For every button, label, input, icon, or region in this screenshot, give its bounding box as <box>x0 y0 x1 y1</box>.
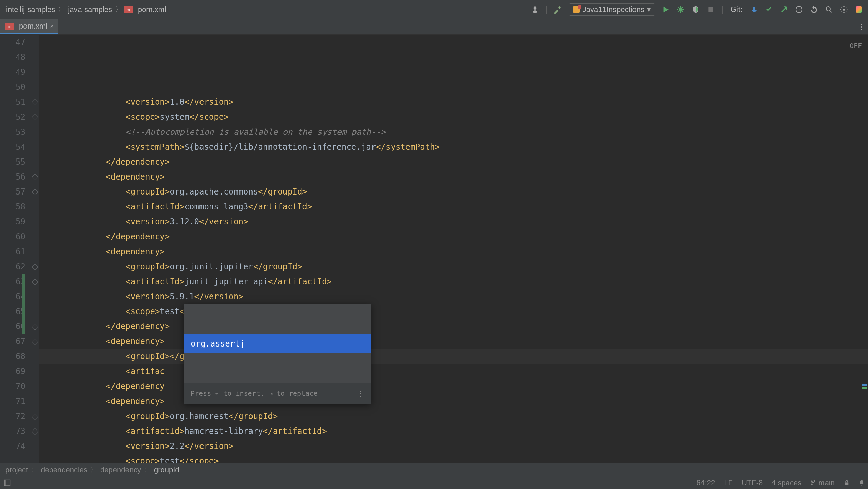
settings-icon[interactable] <box>839 5 848 14</box>
line-number[interactable]: 65 <box>0 304 25 319</box>
tab-overflow-button[interactable] <box>854 19 868 34</box>
git-branch[interactable]: main <box>810 478 835 487</box>
line-number[interactable]: 71 <box>0 394 25 409</box>
line-number[interactable]: 74 <box>0 439 25 454</box>
line-number[interactable]: 59 <box>0 214 25 229</box>
lock-icon[interactable] <box>844 480 850 486</box>
line-number[interactable]: 67 <box>0 334 25 349</box>
line-number[interactable]: 68 <box>0 349 25 364</box>
line-number[interactable]: 58 <box>0 199 25 214</box>
code-line[interactable]: <systemPath>${basedir}/lib/annotation-in… <box>39 139 868 154</box>
line-number[interactable]: 62 <box>0 259 25 274</box>
more-vertical-icon[interactable]: ⋮ <box>357 386 364 401</box>
line-number[interactable]: 48 <box>0 50 25 65</box>
code-area[interactable]: OFF <version>1.0</version> <scope>system… <box>39 35 868 463</box>
fold-toggle-icon[interactable] <box>32 338 38 345</box>
fold-toggle-icon[interactable] <box>32 323 38 330</box>
code-line[interactable]: </dependency> <box>39 154 868 169</box>
code-line[interactable]: <version>3.12.0</version> <box>39 214 868 229</box>
breadcrumb-root[interactable]: intellij-samples <box>5 5 56 14</box>
close-tab-icon[interactable]: × <box>50 23 54 30</box>
run-config-selector[interactable]: Java11Inspections ▾ <box>569 3 655 16</box>
code-line[interactable]: <dependency> <box>39 169 868 184</box>
line-number[interactable]: 56 <box>0 169 25 184</box>
line-number[interactable]: 70 <box>0 379 25 394</box>
build-hammer-icon[interactable] <box>554 5 562 14</box>
notifications-icon[interactable] <box>858 480 865 486</box>
error-stripe[interactable] <box>861 35 868 463</box>
code-line[interactable]: <dependency> <box>39 244 868 259</box>
toolbox-icon[interactable] <box>854 5 863 14</box>
code-line[interactable]: <scope>test</scope> <box>39 454 868 463</box>
code-line[interactable]: <groupId>org.junit.jupiter</groupId> <box>39 259 868 274</box>
fold-toggle-icon[interactable] <box>32 279 38 285</box>
history-icon[interactable] <box>795 5 803 14</box>
fold-gutter[interactable] <box>32 35 39 463</box>
line-number[interactable]: 63 <box>0 274 25 289</box>
code-line[interactable]: <dependency> <box>39 334 868 349</box>
search-icon[interactable] <box>824 5 833 14</box>
line-number[interactable]: 55 <box>0 154 25 169</box>
coverage-icon[interactable] <box>691 5 700 14</box>
run-icon[interactable] <box>661 5 670 14</box>
cursor-position[interactable]: 64:22 <box>696 478 715 487</box>
debug-icon[interactable] <box>676 5 685 14</box>
code-line[interactable]: <version>5.9.1</version> <box>39 289 868 304</box>
line-number[interactable]: 64 <box>0 289 25 304</box>
code-line[interactable]: <scope>system</scope> <box>39 109 868 124</box>
code-line[interactable]: <version>2.2</version> <box>39 439 868 454</box>
code-line[interactable]: </dependency> <box>39 229 868 244</box>
line-number[interactable]: 57 <box>0 184 25 199</box>
indent-info[interactable]: 4 spaces <box>771 478 801 487</box>
code-line[interactable]: <artifactId>commons-lang3</artifactId> <box>39 199 868 214</box>
code-line[interactable]: <artifactId>junit-jupiter-api</artifactI… <box>39 274 868 289</box>
code-line[interactable]: <groupId>org.apache.commons</groupId> <box>39 184 868 199</box>
breadcrumb-file[interactable]: pom.xml <box>137 5 168 14</box>
tab-pom-xml[interactable]: m pom.xml × <box>0 19 58 34</box>
tool-window-toggle-icon[interactable] <box>3 479 11 487</box>
line-number[interactable]: 61 <box>0 244 25 259</box>
line-number[interactable]: 66 <box>0 319 25 334</box>
code-line[interactable]: <artifactId>hamcrest-library</artifactId… <box>39 424 868 439</box>
git-commit-icon[interactable] <box>765 5 774 14</box>
line-number[interactable]: 52 <box>0 109 25 124</box>
code-line[interactable]: <groupId>org.hamcrest</groupId> <box>39 409 868 424</box>
code-with-me-icon[interactable] <box>531 5 539 14</box>
code-line[interactable]: </dependency <box>39 379 868 394</box>
fold-toggle-icon[interactable] <box>32 428 38 435</box>
line-separator[interactable]: LF <box>724 478 733 487</box>
line-number[interactable]: 51 <box>0 95 25 109</box>
code-line[interactable]: </dependency> <box>39 319 868 334</box>
fold-toggle-icon[interactable] <box>32 174 38 181</box>
code-line[interactable]: <dependency> <box>39 394 868 409</box>
breadcrumb-item[interactable]: project <box>5 466 28 474</box>
breadcrumb-item[interactable]: dependencies <box>41 466 87 474</box>
line-number[interactable]: 54 <box>0 139 25 154</box>
code-line[interactable]: <groupId></groupId> <box>39 349 868 364</box>
breadcrumb-module[interactable]: java-samples <box>67 5 114 14</box>
git-push-icon[interactable] <box>780 5 788 14</box>
code-line[interactable]: <version>1.0</version> <box>39 95 868 109</box>
rollback-icon[interactable] <box>810 5 818 14</box>
line-number[interactable]: 73 <box>0 424 25 439</box>
line-number[interactable]: 47 <box>0 35 25 50</box>
completion-popup[interactable]: org.assertj Press ⏎ to insert, ⇥ to repl… <box>184 304 371 404</box>
inspection-indicator[interactable]: OFF <box>850 38 862 53</box>
line-number[interactable]: 60 <box>0 229 25 244</box>
fold-toggle-icon[interactable] <box>32 413 38 420</box>
git-update-icon[interactable] <box>750 5 759 14</box>
editor[interactable]: 4748495051525354555657585960616263646566… <box>0 35 868 463</box>
line-number[interactable]: 49 <box>0 65 25 80</box>
line-number[interactable]: 53 <box>0 124 25 139</box>
encoding[interactable]: UTF-8 <box>742 478 763 487</box>
fold-toggle-icon[interactable] <box>32 114 38 121</box>
breadcrumb-item[interactable]: groupId <box>154 466 179 474</box>
breadcrumb-item[interactable]: dependency <box>100 466 141 474</box>
line-number[interactable]: 69 <box>0 364 25 379</box>
completion-item[interactable]: org.assertj <box>184 334 371 353</box>
line-number-gutter[interactable]: 4748495051525354555657585960616263646566… <box>0 35 32 463</box>
fold-toggle-icon[interactable] <box>32 99 38 106</box>
line-number[interactable]: 50 <box>0 80 25 95</box>
code-line[interactable]: <!--Autocompletion is available on the s… <box>39 124 868 139</box>
stop-icon[interactable] <box>706 5 715 14</box>
